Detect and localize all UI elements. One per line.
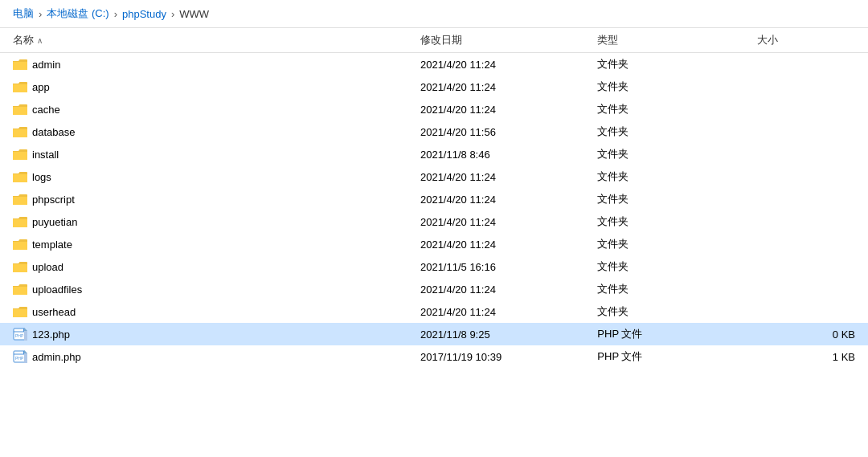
file-size-cell (744, 233, 868, 255)
file-name-cell: PHP 123.php (0, 323, 407, 345)
svg-rect-11 (13, 129, 27, 137)
file-name-label: logs (32, 171, 51, 183)
col-header-size[interactable]: 大小 (744, 28, 868, 53)
file-type-cell: 文件夹 (584, 300, 743, 323)
file-name-label: admin.php (32, 351, 81, 363)
table-row[interactable]: PHP admin.php2017/11/19 10:39PHP 文件1 KB (0, 345, 868, 368)
folder-icon (13, 170, 27, 183)
file-type-cell: 文件夹 (584, 98, 743, 120)
file-type-cell: 文件夹 (584, 53, 743, 76)
php-file-icon: PHP (13, 350, 27, 363)
file-name-label: admin (32, 59, 60, 71)
folder-icon (13, 80, 27, 93)
breadcrumb-sep-1: › (39, 8, 42, 20)
file-size-cell (744, 98, 868, 120)
breadcrumb-sep-2: › (114, 8, 117, 20)
table-row[interactable]: template2021/4/20 11:24文件夹 (0, 233, 868, 255)
breadcrumb-item-phpstudy[interactable]: phpStudy (122, 8, 166, 20)
svg-rect-23 (13, 219, 27, 227)
file-type-cell: PHP 文件 (584, 345, 743, 368)
file-name-label: puyuetian (32, 216, 77, 228)
file-date-cell: 2021/4/20 11:24 (407, 75, 584, 98)
breadcrumb-item-c[interactable]: 本地磁盘 (C:) (47, 6, 108, 21)
col-header-type[interactable]: 类型 (584, 28, 743, 53)
table-row[interactable]: uploadfiles2021/4/20 11:24文件夹 (0, 278, 868, 300)
file-name-cell: phpscript (0, 188, 407, 210)
breadcrumb: 电脑 › 本地磁盘 (C:) › phpStudy › WWW (0, 0, 868, 28)
svg-rect-29 (13, 264, 27, 272)
file-date-cell: 2021/11/8 9:25 (407, 323, 584, 345)
file-type-cell: 文件夹 (584, 210, 743, 233)
file-name-cell: PHP admin.php (0, 345, 407, 368)
breadcrumb-item-www: WWW (179, 8, 209, 20)
sort-arrow-name: ∧ (37, 36, 43, 45)
file-name-label: database (32, 126, 76, 138)
svg-rect-32 (13, 287, 27, 295)
file-table: 名称 ∧ 修改日期 类型 大小 admin2021/4/20 11:24文件夹 (0, 28, 868, 368)
file-name-cell: database (0, 120, 407, 143)
table-row[interactable]: database2021/4/20 11:56文件夹 (0, 120, 868, 143)
folder-icon (13, 305, 27, 318)
file-type-cell: 文件夹 (584, 233, 743, 255)
table-row[interactable]: upload2021/11/5 16:16文件夹 (0, 255, 868, 278)
file-size-cell (744, 75, 868, 98)
table-row[interactable]: PHP 123.php2021/11/8 9:25PHP 文件0 KB (0, 323, 868, 345)
file-date-cell: 2021/4/20 11:24 (407, 98, 584, 120)
file-size-cell: 1 KB (744, 345, 868, 368)
table-row[interactable]: cache2021/4/20 11:24文件夹 (0, 98, 868, 120)
folder-icon (13, 260, 27, 273)
breadcrumb-item-computer[interactable]: 电脑 (13, 6, 34, 21)
file-name-cell: app (0, 75, 407, 98)
file-name-label: template (32, 239, 72, 251)
file-name-cell: upload (0, 255, 407, 278)
file-name-label: upload (32, 261, 63, 273)
file-name-label: install (32, 149, 59, 161)
file-name-cell: uploadfiles (0, 278, 407, 300)
file-list-container: 名称 ∧ 修改日期 类型 大小 admin2021/4/20 11:24文件夹 (0, 28, 868, 451)
file-date-cell: 2021/4/20 11:24 (407, 165, 584, 188)
table-row[interactable]: install2021/11/8 8:46文件夹 (0, 143, 868, 165)
file-name-cell: install (0, 143, 407, 165)
svg-rect-8 (13, 107, 27, 115)
file-name-cell: userhead (0, 300, 407, 323)
file-date-cell: 2021/4/20 11:56 (407, 120, 584, 143)
table-row[interactable]: puyuetian2021/4/20 11:24文件夹 (0, 210, 868, 233)
file-list-body: admin2021/4/20 11:24文件夹 app2021/4/20 11:… (0, 53, 868, 369)
svg-rect-17 (13, 174, 27, 182)
file-name-cell: logs (0, 165, 407, 188)
table-row[interactable]: userhead2021/4/20 11:24文件夹 (0, 300, 868, 323)
table-row[interactable]: phpscript2021/4/20 11:24文件夹 (0, 188, 868, 210)
file-type-cell: 文件夹 (584, 165, 743, 188)
svg-rect-26 (13, 242, 27, 250)
file-size-cell (744, 53, 868, 76)
folder-icon (13, 283, 27, 296)
file-name-label: phpscript (32, 194, 75, 206)
file-name-label: uploadfiles (32, 284, 82, 296)
file-name-label: 123.php (32, 328, 70, 341)
folder-icon (13, 125, 27, 138)
file-name-label: app (32, 81, 50, 93)
file-type-cell: 文件夹 (584, 143, 743, 165)
folder-icon (13, 58, 27, 71)
file-size-cell (744, 278, 868, 300)
file-size-cell: 0 KB (744, 323, 868, 345)
file-name-label: cache (32, 104, 60, 116)
file-type-cell: 文件夹 (584, 278, 743, 300)
col-header-name[interactable]: 名称 ∧ (0, 28, 407, 53)
table-row[interactable]: admin2021/4/20 11:24文件夹 (0, 53, 868, 76)
file-name-cell: admin (0, 53, 407, 76)
file-size-cell (744, 210, 868, 233)
col-header-date[interactable]: 修改日期 (407, 28, 584, 53)
file-type-cell: 文件夹 (584, 188, 743, 210)
php-file-icon: PHP (13, 328, 27, 341)
file-name-cell: puyuetian (0, 210, 407, 233)
table-row[interactable]: logs2021/4/20 11:24文件夹 (0, 165, 868, 188)
file-type-cell: 文件夹 (584, 255, 743, 278)
svg-rect-35 (13, 309, 27, 317)
table-row[interactable]: app2021/4/20 11:24文件夹 (0, 75, 868, 98)
file-date-cell: 2021/4/20 11:24 (407, 300, 584, 323)
file-name-cell: cache (0, 98, 407, 120)
file-date-cell: 2021/11/8 8:46 (407, 143, 584, 165)
folder-icon (13, 148, 27, 161)
file-date-cell: 2021/11/5 16:16 (407, 255, 584, 278)
